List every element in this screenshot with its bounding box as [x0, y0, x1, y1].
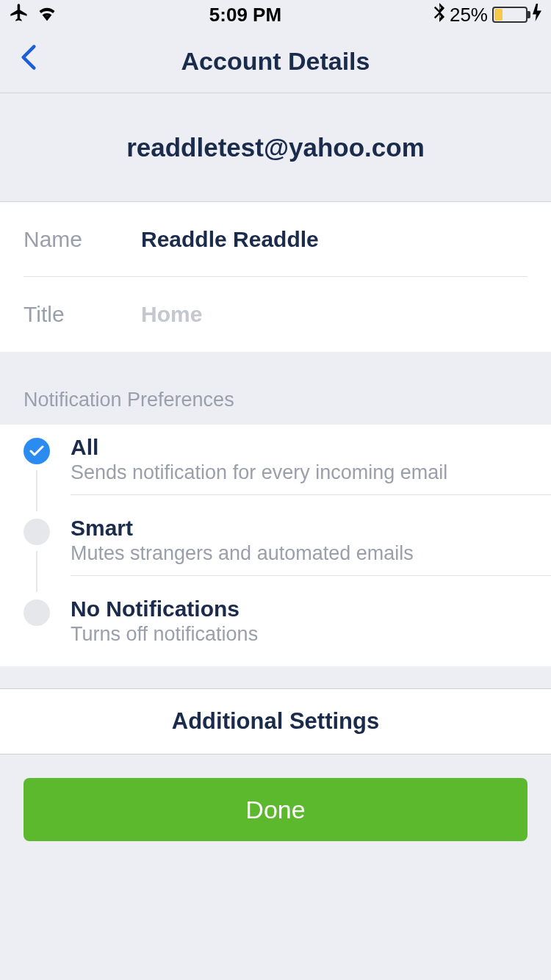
nav-header: Account Details: [0, 29, 551, 93]
radio-selected-icon: [24, 438, 50, 464]
pref-option-all[interactable]: All Sends notification for every incomin…: [0, 425, 551, 505]
email-section: readdletest@yahoo.com: [0, 93, 551, 202]
wifi-icon: [37, 4, 57, 26]
pref-title: All: [71, 435, 527, 460]
pref-desc: Sends notification for every incoming em…: [71, 461, 527, 484]
additional-settings-label: Additional Settings: [172, 708, 379, 735]
status-bar: 5:09 PM 25%: [0, 0, 551, 29]
battery-icon: [492, 7, 527, 23]
pref-title: No Notifications: [71, 597, 527, 621]
status-left: [9, 2, 57, 28]
back-button[interactable]: [21, 43, 37, 79]
battery-percent: 25%: [450, 4, 488, 26]
airplane-mode-icon: [9, 2, 29, 28]
radio-unselected-icon: [24, 599, 50, 626]
title-label: Title: [24, 302, 141, 327]
pref-title: Smart: [71, 516, 527, 541]
pref-option-none[interactable]: No Notifications Turns off notifications: [0, 586, 551, 666]
charging-icon: [532, 4, 542, 26]
pref-desc: Turns off notifications: [71, 623, 527, 646]
account-email: readdletest@yahoo.com: [126, 133, 425, 162]
status-time: 5:09 PM: [209, 4, 281, 26]
notification-section-header: Notification Preferences: [0, 352, 551, 425]
name-row[interactable]: Name Readdle Readdle: [0, 202, 551, 277]
done-button[interactable]: Done: [24, 778, 527, 841]
bluetooth-icon: [433, 3, 445, 27]
additional-settings-row[interactable]: Additional Settings: [0, 688, 551, 754]
fields-section: Name Readdle Readdle Title Home: [0, 202, 551, 352]
page-title: Account Details: [181, 47, 370, 76]
done-container: Done: [0, 754, 551, 865]
name-label: Name: [24, 227, 141, 252]
title-row[interactable]: Title Home: [0, 277, 551, 352]
pref-desc: Mutes strangers and automated emails: [71, 542, 527, 565]
done-button-label: Done: [245, 796, 305, 824]
notification-preferences: All Sends notification for every incomin…: [0, 425, 551, 666]
radio-unselected-icon: [24, 519, 50, 545]
name-value: Readdle Readdle: [141, 227, 319, 252]
status-right: 25%: [433, 3, 542, 27]
pref-option-smart[interactable]: Smart Mutes strangers and automated emai…: [0, 505, 551, 586]
title-placeholder: Home: [141, 302, 202, 327]
